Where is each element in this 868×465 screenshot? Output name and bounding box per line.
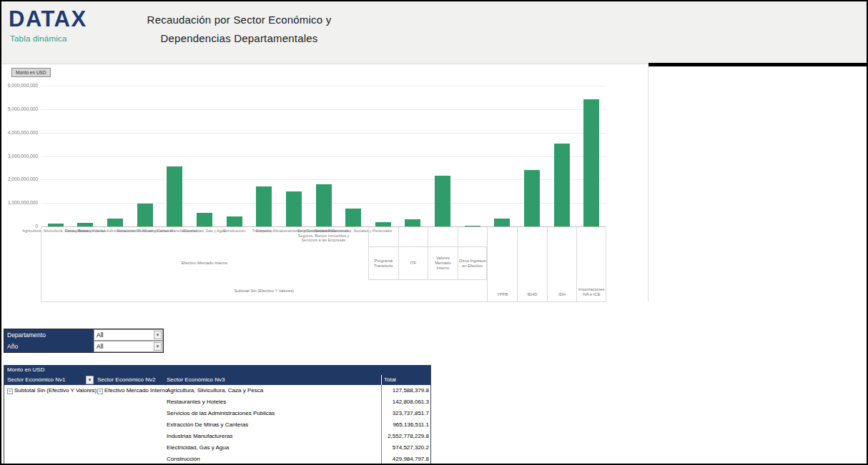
y-gridline — [41, 86, 606, 86]
pivot-col-header-nv2: Sector Económico Nv2 — [97, 375, 155, 385]
collapse-icon[interactable]: − — [7, 389, 13, 394]
dropdown-arrow-icon[interactable]: ▼ — [154, 342, 162, 351]
y-axis-tick-label: 0 — [4, 224, 38, 229]
chart-bar[interactable] — [583, 99, 599, 226]
cell-nv2 — [97, 419, 166, 431]
chart-bar[interactable] — [494, 219, 510, 226]
chart-bar[interactable] — [554, 144, 570, 226]
chart-bar[interactable] — [345, 209, 361, 226]
axis-group-label-text: Importaciones IVA e ICE — [577, 287, 606, 297]
table-row: Extracción De Minas y Canteras965,136,51… — [4, 419, 430, 431]
chart-bar[interactable] — [435, 176, 450, 226]
cell-nv2 — [97, 396, 166, 408]
chart-bar[interactable] — [256, 186, 272, 226]
y-gridline — [41, 156, 606, 157]
header-band: DATAX Tabla dinámica Recaudación por Sec… — [1, 1, 867, 64]
chart-bar[interactable] — [405, 219, 420, 226]
cell-nv3: Electricidad, Gas y Agua — [167, 442, 380, 454]
pivot-chart[interactable]: Monto en USD 01,000,000,0002,000,000,000… — [4, 66, 648, 302]
pivot-table: Monto en USD Sector Económico Nv1 ▼ Sect… — [4, 365, 431, 465]
axis-group-label-level2: Efectivo Mercado Interno — [41, 246, 368, 280]
cell-nv3: Servicios de las Administraciones Public… — [167, 408, 380, 419]
axis-group-label-text: IDH — [558, 292, 566, 297]
axis-table-border — [458, 226, 458, 246]
y-gridline — [41, 179, 606, 180]
chart-bar[interactable] — [465, 226, 480, 226]
chart-bar[interactable] — [137, 204, 153, 226]
filter-row-departamento: DepartamentoAll▼ — [4, 329, 163, 341]
excel-dashboard: DATAX Tabla dinámica Recaudación por Sec… — [0, 0, 868, 465]
cell-nv1 — [7, 396, 96, 408]
axis-group-label-level2: ITF — [398, 246, 428, 280]
pivot-filter-dropdown-icon[interactable]: ▼ — [86, 376, 94, 384]
chart-bar[interactable] — [167, 166, 182, 226]
y-axis-tick-label: 1,000,000,000 — [4, 200, 38, 205]
chart-bar[interactable] — [524, 170, 540, 226]
cell-total: 142,808,061.3 — [381, 396, 431, 408]
chart-bar[interactable] — [107, 219, 123, 226]
cell-nv1 — [7, 454, 96, 465]
chart-bar[interactable] — [375, 222, 391, 226]
report-title-line-1: Recaudación por Sector Económico y — [116, 11, 363, 29]
table-row: Restaurantes y Hoteles142,808,061.3 — [4, 396, 430, 408]
pivot-col-header-nv1: Sector Económico Nv1 — [7, 375, 65, 385]
x-axis-category-label: Construcción — [223, 229, 246, 234]
x-axis-category-label: Electricidad, Gas y Agua — [183, 229, 226, 234]
cell-nv3: Industrias Manufactureras — [167, 431, 380, 442]
filter-value-dropdown[interactable]: All▼ — [94, 329, 163, 341]
cell-nv1 — [7, 442, 96, 454]
axis-group-label-level1: Subtotal Sin (Efectivo Y Valores) — [41, 280, 487, 301]
chart-bar[interactable] — [197, 213, 212, 226]
axis-group-label-level1: IEHD — [517, 226, 547, 301]
chart-bar[interactable] — [77, 223, 93, 226]
table-row: −Subtotal Sin (Efectivo Y Valores)−Efect… — [4, 385, 430, 396]
pivot-col-header-total: Total — [381, 375, 431, 385]
filter-label: Año — [4, 341, 94, 352]
axis-table-border — [398, 226, 399, 246]
cell-nv2 — [97, 431, 166, 442]
y-axis-tick-label: 4,000,000,000 — [4, 130, 38, 135]
collapse-icon[interactable]: − — [97, 389, 103, 394]
table-row: Industrias Manufactureras2,552,778,229.8 — [4, 431, 430, 442]
cell-nv1 — [7, 419, 96, 431]
cell-nv2 — [97, 408, 166, 419]
cell-nv1: −Subtotal Sin (Efectivo Y Valores) — [7, 385, 96, 396]
axis-group-label-level2: Otros Ingresos en Efectivo — [458, 246, 488, 280]
cell-total: 2,552,778,229.8 — [381, 431, 431, 442]
axis-group-label-text: YPFB — [497, 292, 508, 297]
y-axis-tick-label: 6,000,000,000 — [4, 83, 38, 88]
y-gridline — [41, 109, 606, 110]
cell-nv2 — [97, 454, 166, 465]
y-gridline — [41, 133, 606, 134]
table-row: Servicios de las Administraciones Public… — [4, 408, 430, 419]
cell-nv2: −Efectivo Mercado Interno — [97, 385, 166, 396]
cell-nv2 — [97, 442, 166, 454]
axis-group-label-level1: Importaciones IVA e ICE — [576, 226, 606, 301]
value-field-button[interactable]: Monto en USD — [11, 68, 51, 77]
filter-value-dropdown[interactable]: All▼ — [94, 341, 163, 352]
filter-label: Departamento — [4, 329, 94, 341]
axis-group-label-text: IEHD — [527, 292, 537, 297]
cell-total: 429,984,797.8 — [381, 454, 431, 465]
chart-bar[interactable] — [48, 224, 64, 226]
cell-nv3: Restaurantes y Hoteles — [167, 396, 380, 408]
axis-table-border — [428, 226, 428, 246]
axis-group-label-level2: Valores Mercado Interno — [428, 246, 458, 280]
axis-group-label-level1: YPFB — [487, 226, 517, 301]
filter-row-año: AñoAll▼ — [4, 341, 163, 352]
chart-bar[interactable] — [227, 216, 242, 226]
pivot-title-row: Monto en USD — [4, 365, 430, 375]
cell-nv3: Extracción De Minas y Canteras — [167, 419, 380, 431]
chart-bar[interactable] — [316, 184, 332, 226]
axis-group-label-level1: IDH — [547, 226, 577, 301]
cell-total: 574,527,320.2 — [381, 442, 431, 454]
chart-bar[interactable] — [286, 191, 302, 226]
x-axis-category-label: Servicios Comunales, Sociales y Personal… — [315, 229, 393, 234]
cell-total: 965,136,511.1 — [381, 419, 431, 431]
pivot-body: −Subtotal Sin (Efectivo Y Valores)−Efect… — [4, 385, 430, 465]
axis-table-border — [368, 226, 369, 246]
pane-top-border — [648, 63, 868, 66]
dropdown-arrow-icon[interactable]: ▼ — [154, 331, 162, 339]
cell-total: 127,588,379.8 — [381, 385, 431, 396]
axis-group-label-level2: Programa Transitorio — [368, 246, 398, 280]
